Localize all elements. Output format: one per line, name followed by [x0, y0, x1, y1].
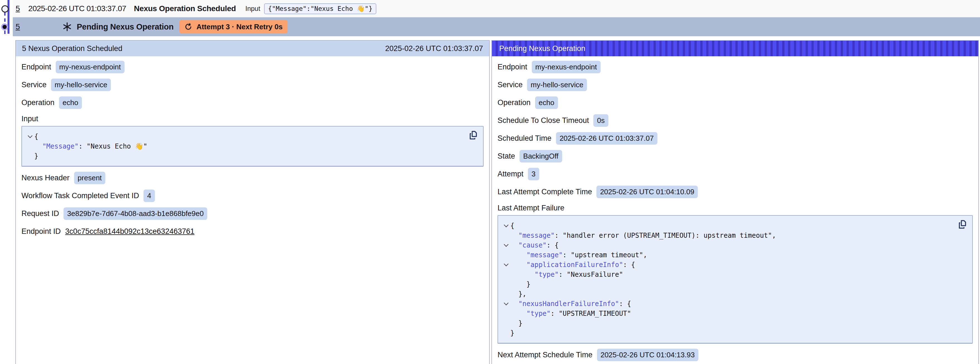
- detail-label: Attempt: [498, 170, 523, 178]
- pending-operation-header: Pending Nexus Operation: [492, 41, 978, 56]
- code-line: }: [26, 151, 479, 161]
- detail-label: Schedule To Close Timeout: [498, 116, 589, 125]
- retry-icon: [184, 22, 192, 31]
- copy-button[interactable]: [468, 130, 479, 140]
- code-line: "Message": "Nexus Echo 👋": [26, 141, 479, 151]
- detail-label: Endpoint: [21, 63, 51, 71]
- code-line-text: },: [510, 290, 527, 298]
- detail-label: Nexus Header: [21, 174, 70, 182]
- code-line-text: "applicationFailureInfo": {: [510, 261, 635, 269]
- detail-value-badge: my-hello-service: [527, 78, 587, 91]
- detail-value-badge: echo: [59, 96, 82, 109]
- event-title: Nexus Operation Scheduled: [134, 4, 236, 13]
- pending-event-title: Pending Nexus Operation: [77, 22, 174, 32]
- code-line-gutter: [502, 303, 510, 305]
- code-line-text: }: [510, 319, 522, 327]
- event-row-nexus-operation-scheduled[interactable]: 5 2025-02-26 UTC 01:03:37.07 Nexus Opera…: [13, 0, 980, 17]
- detail-row: Workflow Task Completed Event ID4: [21, 188, 484, 203]
- code-line-gutter: [502, 244, 510, 246]
- code-line-text: "nexusHandlerFailureInfo": {: [510, 300, 631, 308]
- event-row-pending-nexus-operation[interactable]: 5 Pending Nexus Operation Attempt 3 · Ne…: [13, 17, 980, 36]
- detail-value-badge: present: [74, 172, 106, 184]
- event-timestamp: 2025-02-26 UTC 01:03:37.07: [29, 4, 126, 13]
- event-details-panel: 5 Nexus Operation Scheduled 2025-02-26 U…: [15, 40, 490, 364]
- event-id-link[interactable]: 5: [16, 22, 20, 31]
- collapse-chevron-icon[interactable]: [28, 134, 33, 138]
- code-line-text: "type": "NexusFailure": [510, 271, 623, 278]
- input-section-label: Input: [21, 113, 484, 124]
- timeline-event-dot-open: [2, 5, 9, 13]
- code-line: "type": "NexusFailure": [502, 270, 968, 279]
- retry-status-badge: Attempt 3 · Next Retry 0s: [179, 20, 288, 34]
- collapse-chevron-icon[interactable]: [504, 301, 509, 305]
- code-line-text: }: [510, 329, 514, 337]
- code-line: {: [26, 132, 479, 141]
- detail-label: Next Attempt Schedule Time: [498, 351, 592, 359]
- event-details-header: 5 Nexus Operation Scheduled 2025-02-26 U…: [16, 41, 489, 56]
- detail-value-badge: my-hello-service: [51, 78, 111, 91]
- detail-value-badge: 3: [528, 168, 539, 180]
- detail-value-link[interactable]: 3c0c75ccfa8144b092c13ce632463761: [65, 227, 194, 236]
- detail-value-badge: 2025-02-26 UTC 01:04:13.93: [597, 349, 698, 361]
- collapse-chevron-icon[interactable]: [504, 242, 509, 247]
- code-line: }: [502, 328, 968, 338]
- event-id-link[interactable]: 5: [16, 4, 20, 13]
- code-line: }: [502, 318, 968, 328]
- detail-row: Last Attempt Complete Time2025-02-26 UTC…: [498, 185, 973, 199]
- detail-label: Scheduled Time: [498, 134, 552, 143]
- detail-label: Last Attempt Complete Time: [498, 188, 592, 196]
- code-line: "nexusHandlerFailureInfo": {: [502, 299, 968, 308]
- code-line: "message": "upstream timeout",: [502, 250, 968, 260]
- detail-label: Service: [498, 81, 523, 89]
- detail-row: Nexus Headerpresent: [21, 171, 484, 185]
- code-line: "message": "handler error (UPSTREAM_TIME…: [502, 230, 968, 240]
- detail-value-badge: 3e829b7e-7d67-4b08-aad3-b1e868bfe9e0: [64, 208, 207, 220]
- code-line: "type": "UPSTREAM_TIMEOUT": [502, 308, 968, 318]
- detail-row: Request ID3e829b7e-7d67-4b08-aad3-b1e868…: [21, 206, 484, 221]
- code-line-gutter: [502, 225, 510, 227]
- pending-asterisk-icon: [62, 22, 72, 32]
- pending-operation-header-title: Pending Nexus Operation: [499, 44, 585, 53]
- detail-label: Endpoint ID: [21, 227, 61, 236]
- code-line-text: }: [510, 280, 530, 288]
- code-line-text: "message": "handler error (UPSTREAM_TIME…: [510, 231, 776, 239]
- detail-row: Attempt3: [498, 167, 973, 181]
- code-line-text: "message": "upstream timeout",: [510, 251, 647, 259]
- code-line: },: [502, 289, 968, 299]
- pending-operation-body: Endpointmy-nexus-endpointServicemy-hello…: [492, 56, 978, 364]
- detail-row: Schedule To Close Timeout0s: [498, 113, 973, 128]
- code-line: "cause": {: [502, 240, 968, 250]
- detail-value-badge: 2025-02-26 UTC 01:03:37.07: [556, 132, 657, 145]
- detail-row: Operationecho: [21, 95, 484, 110]
- code-line-gutter: [26, 136, 34, 137]
- code-line: }: [502, 279, 968, 289]
- collapse-chevron-icon[interactable]: [504, 262, 509, 267]
- detail-row: Servicemy-hello-service: [21, 77, 484, 92]
- code-line-gutter: [502, 263, 510, 266]
- detail-row: Servicemy-hello-service: [498, 77, 973, 92]
- event-details-header-title: 5 Nexus Operation Scheduled: [22, 44, 122, 53]
- detail-label: Service: [21, 81, 46, 89]
- detail-label: Workflow Task Completed Event ID: [21, 192, 139, 200]
- event-input-preview-chip: {"Message":"Nexus Echo 👋"}: [264, 3, 376, 14]
- failure-json-viewer: { "message": "handler error (UPSTREAM_TI…: [498, 215, 973, 344]
- detail-row: Scheduled Time2025-02-26 UTC 01:03:37.07: [498, 131, 973, 145]
- detail-value-badge: 0s: [593, 114, 608, 127]
- collapse-chevron-icon[interactable]: [504, 223, 509, 227]
- temporal-event-history-page: { "colors": { "accent_indigo": "#4c46da"…: [0, 0, 980, 364]
- detail-value-badge: BackingOff: [520, 150, 562, 163]
- code-line-text: "Message": "Nexus Echo 👋": [34, 142, 147, 150]
- last-attempt-failure-label: Last Attempt Failure: [498, 202, 973, 214]
- detail-row: Endpoint ID3c0c75ccfa8144b092c13ce632463…: [21, 224, 484, 239]
- input-json-viewer: { "Message": "Nexus Echo 👋"}: [21, 126, 484, 167]
- copy-button[interactable]: [957, 219, 968, 230]
- retry-badge-label: Attempt 3 · Next Retry 0s: [196, 22, 282, 31]
- detail-row: Endpointmy-nexus-endpoint: [21, 60, 484, 74]
- event-details-body: Endpointmy-nexus-endpointServicemy-hello…: [16, 56, 489, 247]
- detail-value-badge: my-nexus-endpoint: [532, 61, 601, 73]
- timeline-active-bar: [8, 0, 10, 34]
- code-line-text: {: [34, 133, 38, 140]
- code-line-text: "type": "UPSTREAM_TIMEOUT": [510, 310, 631, 318]
- detail-value-badge: 2025-02-26 UTC 01:04:10.09: [597, 186, 698, 198]
- detail-label: Request ID: [21, 209, 59, 218]
